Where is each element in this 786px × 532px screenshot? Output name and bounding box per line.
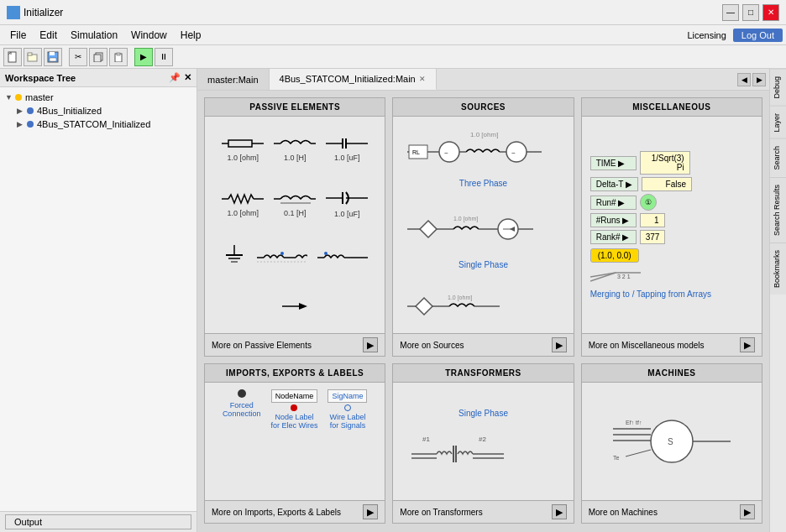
machines-more-button[interactable]: ▶ <box>740 504 755 519</box>
imports-more-button[interactable]: ▶ <box>363 504 378 519</box>
imports-body: ForcedConnection NodeName Node Labelfor … <box>205 383 385 500</box>
right-tab-bookmarks[interactable]: Bookmarks <box>770 243 786 295</box>
svg-text:~: ~ <box>511 149 516 157</box>
inductor-symbol <box>274 135 316 152</box>
content-area: master:Main 4Bus_STATCOM_Initialized:Mai… <box>197 69 769 532</box>
forced-connection[interactable]: ForcedConnection <box>223 389 261 418</box>
tab-master-main[interactable]: master:Main <box>197 69 270 90</box>
transformer-symbol: #1 #2 <box>407 425 558 475</box>
paste-icon <box>113 52 123 62</box>
svg-text:RL: RL <box>412 149 420 155</box>
deltat-block[interactable]: Delta-T ▶ <box>590 177 638 191</box>
right-sidebar: Debug Layer Search Search Results Bookma… <box>769 69 786 532</box>
node-dot <box>291 404 297 411</box>
coupled-inductor-1[interactable] <box>257 245 307 270</box>
capacitor-1uF-2-label: 1.0 [uF] <box>334 210 360 218</box>
menu-window[interactable]: Window <box>124 28 174 43</box>
passive-more-button[interactable]: ▶ <box>363 337 378 352</box>
resistor-1ohm-label: 1.0 [ohm] <box>227 154 259 162</box>
three-phase-source[interactable]: RL ~ ~ <box>407 127 558 188</box>
maximize-button[interactable]: □ <box>742 4 759 21</box>
time-block[interactable]: TIME ▶ <box>590 156 637 170</box>
coupled-inductor-2[interactable] <box>317 245 368 270</box>
tab-next-button[interactable]: ▶ <box>752 73 766 86</box>
open-button[interactable] <box>24 48 42 66</box>
arrow-element[interactable] <box>282 298 307 315</box>
menu-file[interactable]: File <box>3 28 33 43</box>
misc-more-button[interactable]: ▶ <box>740 337 755 352</box>
licensing-button[interactable]: Licensing <box>680 29 732 42</box>
svg-point-40 <box>324 252 328 255</box>
single-phase-source[interactable]: 1.0 [ohm] Single Phase <box>407 208 558 269</box>
menu-help[interactable]: Help <box>174 28 208 43</box>
runs-block[interactable]: #Runs ▶ <box>590 213 637 227</box>
sources-more-button[interactable]: ▶ <box>552 337 567 352</box>
inductor-01H[interactable]: 0.1 [H] <box>274 190 316 217</box>
menu-bar: File Edit Simulation Window Help Licensi… <box>0 25 786 45</box>
4bus-statcom-dot <box>27 121 34 128</box>
sources-footer: More on Sources ▶ <box>393 333 573 356</box>
single-phase-source-2[interactable]: 1.0 [ohm] <box>407 289 558 323</box>
4bus-dot <box>27 107 34 114</box>
new-button[interactable] <box>3 48 22 66</box>
pause-button[interactable]: ⏸ <box>155 48 173 66</box>
node-label-elem[interactable]: NodeName Node Labelfor Elec Wires <box>270 389 317 430</box>
tab-label: 4Bus_STATCOM_Initialized:Main <box>280 74 416 84</box>
play-button[interactable]: ▶ <box>134 48 153 66</box>
tab-close-icon[interactable]: ✕ <box>419 75 426 83</box>
wire-dot <box>344 404 351 411</box>
expand-icon: ▼ <box>5 93 15 102</box>
svg-point-45 <box>439 142 459 162</box>
paste-button[interactable] <box>109 48 128 66</box>
single-phase-symbol: 1.0 [ohm] <box>407 208 558 258</box>
right-tab-layer[interactable]: Layer <box>770 106 786 139</box>
right-tab-debug[interactable]: Debug <box>770 69 786 106</box>
minimize-button[interactable]: — <box>722 4 739 21</box>
tab-prev-button[interactable]: ◀ <box>737 73 751 86</box>
imports-header: IMPORTS, EXPORTS & LABELS <box>205 364 385 383</box>
tree-item-label: 4Bus_Initialized <box>37 106 102 116</box>
menu-edit[interactable]: Edit <box>33 28 64 43</box>
rank-block[interactable]: Rank# ▶ <box>590 230 637 244</box>
copy-icon <box>93 52 103 62</box>
wire-label-elem[interactable]: SigName Wire Labelfor Signals <box>328 389 367 430</box>
tab-4bus-main[interactable]: 4Bus_STATCOM_Initialized:Main ✕ <box>270 69 437 90</box>
tree-item-master[interactable]: ▼ master <box>0 91 196 104</box>
tree-item-4bus-statcom[interactable]: ▶ 4Bus_STATCOM_Initialized <box>12 117 196 131</box>
save-button[interactable] <box>44 48 62 66</box>
ground-symbol[interactable] <box>222 245 247 270</box>
machine-symbol: S Ef↑ tf↑ Te <box>609 408 735 475</box>
menu-simulation[interactable]: Simulation <box>64 28 124 43</box>
close-button[interactable]: ✕ <box>762 4 779 21</box>
capacitor-symbol <box>326 135 368 152</box>
transformers-more-button[interactable]: ▶ <box>552 504 567 519</box>
right-tab-search-results[interactable]: Search Results <box>770 177 786 243</box>
inductor-1H-label: 1.0 [H] <box>284 154 307 162</box>
resistor-1ohm-2[interactable]: 1.0 [ohm] <box>222 190 264 217</box>
misc-time: TIME ▶ 1/Sqrt(3)Pi <box>590 151 753 175</box>
pin-icon[interactable]: 📌 <box>169 72 181 83</box>
expand-icon: ▶ <box>17 107 27 115</box>
resistor-1ohm[interactable]: 1.0 [ohm] <box>222 135 264 162</box>
misc-footer: More on Miscellaneous models ▶ <box>582 333 762 356</box>
sidebar-title: Workspace Tree <box>5 73 76 83</box>
imports-section: IMPORTS, EXPORTS & LABELS ForcedConnecti… <box>204 363 385 524</box>
run-block[interactable]: Run# ▶ <box>590 196 637 210</box>
transformers-section: TRANSFORMERS Single Phase #1 <box>392 363 574 524</box>
inductor-symbol-2 <box>274 190 316 207</box>
inductor-1H[interactable]: 1.0 [H] <box>274 135 316 162</box>
capacitor-1uF[interactable]: 1.0 [uF] <box>326 135 368 162</box>
right-tab-search[interactable]: Search <box>770 138 786 177</box>
copy-button[interactable] <box>89 48 107 66</box>
output-tab-area: Output <box>0 511 196 532</box>
forced-dot <box>238 389 246 398</box>
capacitor-1uF-2[interactable]: 1.0 [uF] <box>326 190 368 218</box>
logout-button[interactable]: Log Out <box>733 29 783 42</box>
tree-item-4bus[interactable]: ▶ 4Bus_Initialized <box>12 104 196 117</box>
arrow-icon <box>282 298 307 315</box>
window-title: Initializer <box>24 7 722 18</box>
close-sidebar-icon[interactable]: ✕ <box>184 72 191 83</box>
cut-button[interactable]: ✂ <box>69 48 87 66</box>
output-tab[interactable]: Output <box>5 514 191 529</box>
main-layout: Workspace Tree 📌 ✕ ▼ master ▶ 4Bus_Initi… <box>0 69 786 532</box>
